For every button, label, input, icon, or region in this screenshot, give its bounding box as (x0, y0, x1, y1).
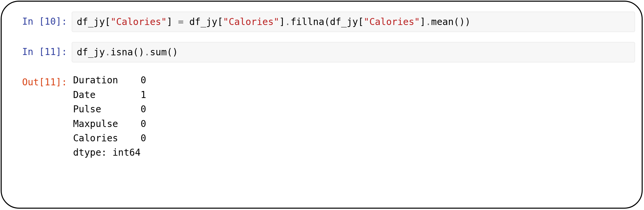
code-token-var: df_jy (330, 16, 358, 27)
code-input[interactable]: df_jy["Calories"] = df_jy["Calories"].fi… (72, 12, 635, 32)
code-token-dot: . (285, 16, 291, 27)
code-token-dot: . (425, 16, 431, 27)
code-token-string: "Calories" (110, 16, 167, 27)
code-token-space (184, 16, 189, 27)
code-token-punc: ] (420, 16, 425, 27)
code-token-method: fillna (291, 16, 324, 27)
code-token-punc: ( (133, 47, 139, 58)
code-token-var: df_jy (77, 16, 105, 27)
code-token-var: df_jy (77, 47, 105, 58)
input-prompt: In [11]: (8, 42, 72, 62)
code-token-method: isna (110, 47, 133, 58)
notebook-container: In [10]: df_jy["Calories"] = df_jy["Calo… (1, 1, 643, 209)
code-token-punc: [ (217, 16, 223, 27)
code-token-space (173, 16, 178, 27)
code-token-punc: ( (454, 16, 459, 27)
code-token-punc: ] (167, 16, 173, 27)
input-prompt: In [10]: (8, 12, 72, 32)
code-cell: In [11]: df_jy.isna().sum() (8, 42, 635, 62)
code-token-punc: [ (105, 16, 110, 27)
code-token-string: "Calories" (364, 16, 420, 27)
code-token-punc: [ (358, 16, 364, 27)
code-token-punc: ) (465, 16, 470, 27)
code-token-punc: ) (173, 47, 178, 58)
code-token-punc: ( (167, 47, 173, 58)
code-token-dot: . (144, 47, 150, 58)
code-cell: In [10]: df_jy["Calories"] = df_jy["Calo… (8, 12, 635, 32)
output-text: Duration 0 Date 1 Pulse 0 Maxpulse 0 Cal… (72, 72, 635, 160)
code-token-var: df_jy (189, 16, 217, 27)
code-input[interactable]: df_jy.isna().sum() (72, 42, 635, 62)
code-token-string: "Calories" (223, 16, 279, 27)
code-token-method: sum (150, 47, 167, 58)
output-prompt: Out[11]: (8, 72, 72, 160)
code-token-punc: ) (459, 16, 465, 27)
code-token-operator: = (178, 16, 184, 27)
output-cell: Out[11]: Duration 0 Date 1 Pulse 0 Maxpu… (8, 72, 635, 160)
code-token-dot: . (105, 47, 110, 58)
code-token-punc: ] (279, 16, 285, 27)
code-token-punc: ) (138, 47, 144, 58)
code-token-method: mean (431, 16, 453, 27)
code-token-punc: ( (324, 16, 330, 27)
